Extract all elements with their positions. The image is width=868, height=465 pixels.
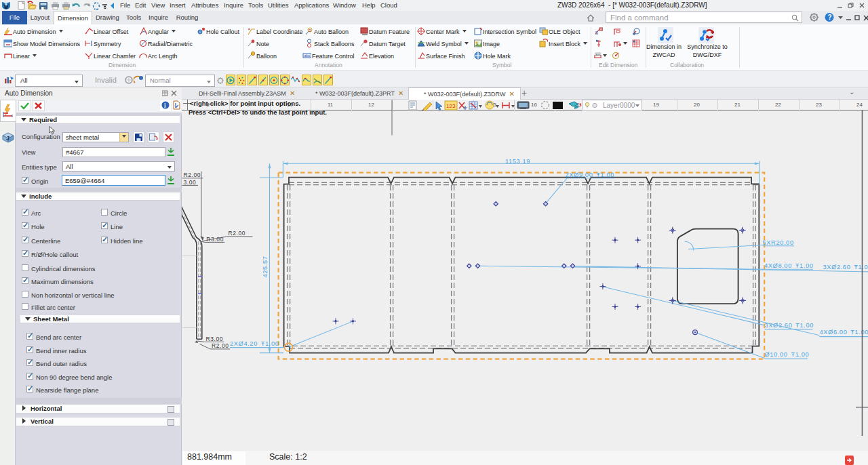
svg-text:abc: abc [304,54,311,58]
svg-text:3XØ2.60 Ŧ1.00: 3XØ2.60 Ŧ1.00 [823,264,868,270]
svg-text:?: ? [828,14,832,21]
svg-text:R2.00: R2.00 [184,171,201,178]
svg-text:R3.00: R3.00 [205,336,223,342]
svg-text:4XØ8.00 Ŧ1.00: 4XØ8.00 Ŧ1.00 [764,262,814,269]
svg-text:i: i [164,102,166,109]
svg-text:R2.00: R2.00 [212,342,229,349]
svg-text:Ø10.00 Ŧ1.00: Ø10.00 Ŧ1.00 [765,351,810,358]
svg-text:3XØ2.60 Ŧ1.00: 3XØ2.60 Ŧ1.00 [765,322,814,329]
svg-text:ABC: ABC [596,53,601,56]
svg-text:R2.00: R2.00 [229,230,246,237]
svg-text:5XR20.00: 5XR20.00 [763,239,794,246]
svg-text:425.57: 425.57 [262,256,269,277]
svg-text:3.00: 3.00 [184,179,197,186]
svg-text:2XØ9.00 Ŧ1.00: 2XØ9.00 Ŧ1.00 [566,171,615,178]
svg-text:R3.00: R3.00 [206,236,224,243]
svg-text:4XØ6.00 Ŧ1.00: 4XØ6.00 Ŧ1.00 [820,329,868,336]
svg-text:1153.19: 1153.19 [505,158,530,165]
svg-text:2XØ4.20 Ŧ1.00: 2XØ4.20 Ŧ1.00 [230,340,279,347]
svg-text:J: J [6,135,9,142]
